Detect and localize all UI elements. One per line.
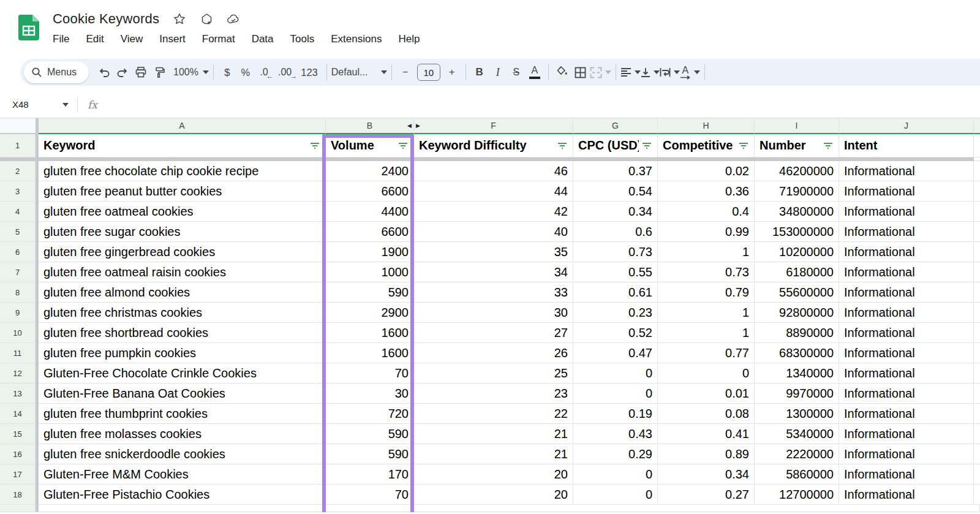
- cell-cpc[interactable]: 0.55: [573, 262, 658, 282]
- cell-cpc[interactable]: 0.23: [573, 303, 658, 323]
- cell-volume[interactable]: 70: [326, 363, 414, 384]
- cell-intent[interactable]: Informational: [839, 323, 974, 343]
- cell[interactable]: [974, 485, 980, 505]
- cell-keyword[interactable]: Gluten-Free Banana Oat Cookies: [39, 384, 326, 404]
- hidden-columns-right-icon[interactable]: ▶: [416, 123, 420, 129]
- cell-keyword[interactable]: gluten free molasses cookies: [39, 424, 326, 444]
- header-cell-cpc-usd-[interactable]: CPC (USD): [573, 134, 658, 157]
- cell-competitive-density[interactable]: 0.89: [658, 444, 755, 464]
- cell[interactable]: [974, 424, 980, 444]
- cell-intent[interactable]: Informational: [839, 303, 974, 323]
- cell-competitive-density[interactable]: 0.77: [658, 343, 755, 363]
- increase-font-size-button[interactable]: +: [443, 62, 461, 82]
- row-header-9[interactable]: 9: [0, 303, 36, 323]
- cell-keyword-difficulty[interactable]: 44: [414, 181, 573, 202]
- header-cell-competitive-density[interactable]: Competitive Density: [658, 134, 755, 157]
- row-header-12[interactable]: 12: [0, 363, 36, 384]
- menu-data[interactable]: Data: [252, 33, 274, 45]
- menu-tools[interactable]: Tools: [290, 33, 315, 45]
- cell-number[interactable]: 1300000: [755, 404, 839, 424]
- header-cell-partial[interactable]: [974, 134, 980, 157]
- filter-icon[interactable]: [557, 142, 568, 150]
- text-wrapping-button[interactable]: [660, 62, 680, 82]
- cell-number[interactable]: 71900000: [755, 181, 839, 202]
- cell-volume[interactable]: 1900: [326, 242, 414, 262]
- cell-keyword-difficulty[interactable]: 35: [414, 242, 573, 262]
- text-color-button[interactable]: A: [526, 62, 544, 82]
- italic-button[interactable]: I: [489, 62, 507, 82]
- column-header-G[interactable]: G: [573, 118, 658, 134]
- horizontal-align-button[interactable]: [620, 62, 641, 82]
- header-cell-intent[interactable]: Intent: [839, 134, 974, 157]
- cell-cpc[interactable]: 0.29: [573, 444, 658, 464]
- cell-volume[interactable]: 590: [326, 282, 414, 303]
- cell[interactable]: [974, 303, 980, 323]
- filter-icon[interactable]: [641, 142, 652, 150]
- cell[interactable]: [974, 262, 980, 282]
- header-cell-number[interactable]: Number: [755, 134, 839, 157]
- row-header-partial[interactable]: [0, 505, 36, 512]
- cell-intent[interactable]: Informational: [839, 363, 974, 384]
- cell[interactable]: [974, 161, 980, 181]
- cell-intent[interactable]: Informational: [839, 384, 974, 404]
- column-header-I[interactable]: I: [755, 118, 839, 134]
- document-status-cloud-icon[interactable]: [227, 12, 240, 26]
- cell-competitive-density[interactable]: 1: [658, 242, 755, 262]
- cell-competitive-density[interactable]: 0: [658, 363, 755, 384]
- cell-intent[interactable]: Informational: [839, 424, 974, 444]
- cell-keyword[interactable]: gluten free thumbprint cookies: [39, 404, 326, 424]
- row-header-16[interactable]: 16: [0, 444, 36, 464]
- column-header-A[interactable]: A: [39, 118, 326, 134]
- menu-file[interactable]: File: [53, 33, 69, 45]
- cell-cpc[interactable]: 0.43: [573, 424, 658, 444]
- cell-keyword-difficulty[interactable]: 20: [414, 485, 573, 505]
- cell-cpc[interactable]: 0.6: [573, 222, 658, 242]
- cell-cpc[interactable]: 0: [573, 384, 658, 404]
- cell-competitive-density[interactable]: 0.36: [658, 181, 755, 202]
- column-header-J[interactable]: J: [839, 118, 974, 134]
- increase-decimal-button[interactable]: .00→: [273, 62, 296, 82]
- cell-competitive-density[interactable]: 0.4: [658, 202, 755, 222]
- header-cell-keyword[interactable]: Keyword: [39, 134, 326, 157]
- column-header-partial[interactable]: [974, 118, 980, 134]
- star-icon[interactable]: [173, 12, 186, 26]
- header-cell-volume[interactable]: Volume: [326, 134, 414, 157]
- add-shortcut-icon[interactable]: [200, 12, 213, 26]
- cell[interactable]: [974, 384, 980, 404]
- cell[interactable]: [974, 404, 980, 424]
- cell-keyword[interactable]: Gluten-Free M&M Cookies: [39, 464, 326, 485]
- cell-keyword[interactable]: gluten free pumpkin cookies: [39, 343, 326, 363]
- cell-volume[interactable]: 1600: [326, 343, 414, 363]
- cell-keyword-difficulty[interactable]: 27: [414, 323, 573, 343]
- cell[interactable]: [974, 343, 980, 363]
- cell-keyword[interactable]: gluten free gingerbread cookies: [39, 242, 326, 262]
- cell-competitive-density[interactable]: 0.99: [658, 222, 755, 242]
- row-header-10[interactable]: 10: [0, 323, 36, 343]
- print-button[interactable]: [132, 62, 150, 82]
- cell-keyword-difficulty[interactable]: 25: [414, 363, 573, 384]
- cell-intent[interactable]: Informational: [839, 161, 974, 181]
- cell-intent[interactable]: Informational: [839, 343, 974, 363]
- cell-cpc[interactable]: 0.52: [573, 323, 658, 343]
- cell-keyword-difficulty[interactable]: 33: [414, 282, 573, 303]
- cell-keyword[interactable]: gluten free christmas cookies: [39, 303, 326, 323]
- cell-number[interactable]: 9970000: [755, 384, 839, 404]
- cell-cpc[interactable]: 0.19: [573, 404, 658, 424]
- cell-competitive-density[interactable]: 0.34: [658, 464, 755, 485]
- row-header-2[interactable]: 2: [0, 161, 36, 181]
- column-header-F[interactable]: F▶: [414, 118, 573, 134]
- cell-number[interactable]: 1340000: [755, 363, 839, 384]
- filter-icon[interactable]: [309, 142, 320, 150]
- document-title[interactable]: Cookie Keywords: [53, 11, 159, 27]
- cell-competitive-density[interactable]: 0.02: [658, 161, 755, 181]
- paint-format-button[interactable]: [150, 62, 168, 82]
- menus-search-button[interactable]: Menus: [24, 61, 89, 83]
- cell-intent[interactable]: Informational: [839, 282, 974, 303]
- undo-button[interactable]: [95, 62, 113, 82]
- vertical-align-button[interactable]: [641, 62, 660, 82]
- row-header-13[interactable]: 13: [0, 384, 36, 404]
- cell-number[interactable]: 5860000: [755, 464, 839, 485]
- row-header-11[interactable]: 11: [0, 343, 36, 363]
- cell-volume[interactable]: 4400: [326, 202, 414, 222]
- cell-volume[interactable]: 1000: [326, 262, 414, 282]
